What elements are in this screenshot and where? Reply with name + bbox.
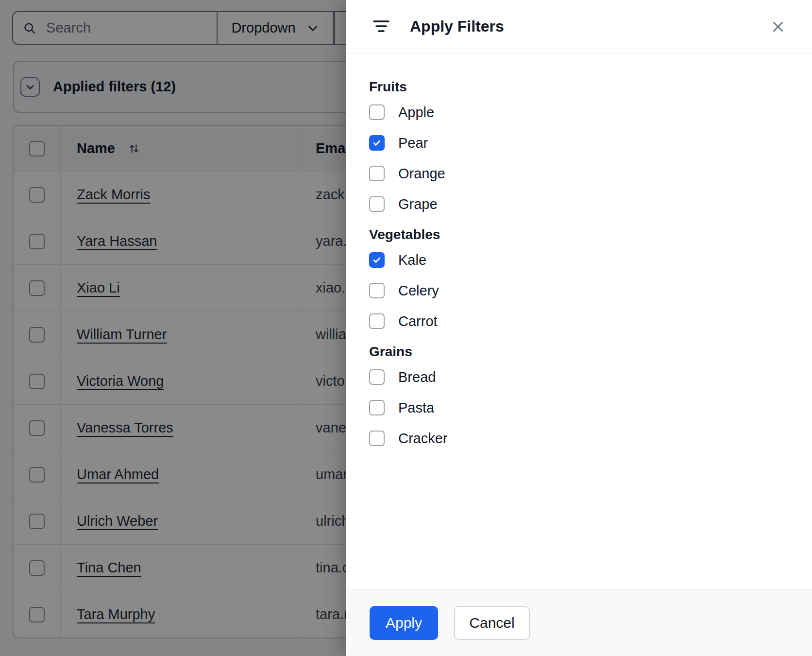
filter-option: Apple (369, 104, 789, 120)
filter-option-label: Apple (398, 104, 434, 121)
apply-filters-panel: Apply Filters Fruits Apple Pear (346, 0, 812, 656)
panel-footer: Apply Cancel (346, 589, 812, 656)
check-icon (372, 255, 382, 265)
filter-option: Celery (369, 283, 789, 298)
filter-section-heading: Vegetables (369, 227, 789, 242)
filter-option: Kale (369, 252, 789, 268)
filter-option-label: Orange (398, 166, 445, 182)
filter-option: Bread (369, 369, 789, 385)
filter-checkbox[interactable] (369, 431, 385, 446)
panel-title: Apply Filters (410, 17, 747, 35)
filter-option: Pasta (369, 400, 789, 415)
filter-section: Vegetables Kale Celery Carrot (369, 227, 789, 329)
panel-body: Fruits Apple Pear Orange (346, 53, 812, 446)
filter-checkbox[interactable] (369, 104, 385, 120)
filter-option-label: Grape (398, 196, 438, 212)
filter-section: Grains Bread Pasta Cracker (369, 344, 789, 446)
filter-checkbox[interactable] (369, 135, 385, 151)
close-icon (771, 19, 785, 34)
filter-checkbox[interactable] (369, 166, 385, 181)
filter-option: Carrot (369, 313, 789, 329)
filter-checkbox[interactable] (369, 252, 385, 268)
filter-checkbox[interactable] (369, 400, 385, 415)
filter-option-label: Pasta (398, 400, 434, 416)
filter-checkbox[interactable] (369, 196, 385, 212)
filter-checkbox[interactable] (369, 283, 385, 298)
filter-option-label: Kale (398, 252, 426, 268)
apply-button[interactable]: Apply (370, 606, 438, 640)
filter-option-label: Celery (398, 283, 439, 299)
filter-checkbox[interactable] (369, 313, 385, 329)
filter-section-heading: Grains (369, 344, 789, 360)
close-button[interactable] (767, 16, 789, 37)
filter-icon (373, 19, 389, 34)
cancel-button[interactable]: Cancel (454, 606, 530, 640)
filter-checkbox[interactable] (369, 369, 385, 385)
filter-option: Grape (369, 196, 789, 212)
filter-option-label: Cracker (398, 431, 448, 447)
filter-section: Fruits Apple Pear Orange (369, 79, 789, 212)
filter-option-label: Bread (398, 369, 436, 385)
filter-option-label: Carrot (398, 313, 438, 329)
filter-option: Orange (369, 166, 789, 181)
filter-option-label: Pear (398, 135, 428, 151)
panel-header: Apply Filters (346, 0, 812, 53)
filter-option: Cracker (369, 431, 789, 446)
check-icon (372, 138, 382, 148)
filter-option: Pear (369, 135, 789, 151)
filter-section-heading: Fruits (369, 79, 789, 95)
